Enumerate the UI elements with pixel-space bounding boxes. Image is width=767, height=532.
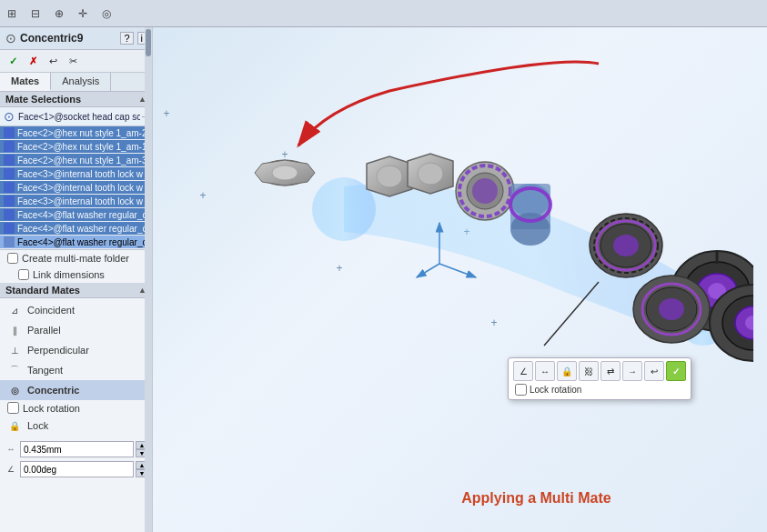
svg-point-6 <box>377 166 402 187</box>
param2-input[interactable]: 0.00deg <box>20 461 134 477</box>
mini-tb-flip[interactable]: ⇄ <box>600 361 621 381</box>
concentric-header: ⊙ Concentric9 ? i <box>0 27 152 50</box>
mini-tb-undo[interactable]: ↩ <box>644 361 664 381</box>
mini-tb-chain[interactable]: ⛓ <box>579 361 599 381</box>
undo-button[interactable]: ↩ <box>44 52 62 70</box>
svg-point-12 <box>472 178 498 204</box>
top-toolbar: ⊞ ⊟ ⊕ ✛ ◎ <box>0 0 767 27</box>
svg-point-32 <box>659 298 684 320</box>
list-item[interactable]: Face<3>@internal tooth lock w <box>0 181 152 195</box>
mini-tb-distance[interactable]: ↔ <box>535 361 555 381</box>
mini-toolbar-buttons: ∠ ↔ 🔒 ⛓ ⇄ → ↩ ✓ <box>513 361 686 381</box>
list-item[interactable]: Face<3>@internal tooth lock w <box>0 195 152 208</box>
toolbar-icon-2[interactable]: ⊟ <box>27 5 44 22</box>
list-item[interactable]: Face<4>@flat washer regular_c <box>0 208 152 222</box>
perpendicular-icon: ⊥ <box>7 343 22 357</box>
toolbar-icon-4[interactable]: ✛ <box>75 5 91 22</box>
standard-mates-header[interactable]: Standard Mates ▲ <box>0 283 152 298</box>
multimatefolder-input[interactable] <box>7 253 18 264</box>
scrollbar-thumb <box>146 29 151 56</box>
mini-tb-check[interactable]: ✓ <box>666 361 686 381</box>
concentric-icon: ⊙ <box>5 31 16 45</box>
item-color-swatch <box>4 127 15 138</box>
mate-lock[interactable]: 🔒 Lock <box>0 416 152 436</box>
mini-tb-arrow[interactable]: → <box>622 361 642 381</box>
list-item[interactable]: Face<2>@hex nut style 1_am-2 <box>0 126 152 140</box>
tangent-icon: ⌒ <box>7 363 22 377</box>
mini-lock-checkbox[interactable] <box>515 384 527 396</box>
mate-perpendicular[interactable]: ⊥ Perpendicular <box>0 340 152 360</box>
item-color-swatch <box>4 196 15 206</box>
item-color-swatch <box>4 209 15 220</box>
item-color-swatch <box>4 141 15 152</box>
link-dimensions-checkbox[interactable]: Link dimensions <box>0 266 152 283</box>
panel-toolbar: ✓ ✗ ↩ ✂ <box>0 50 152 73</box>
main-canvas: + + + + + + + <box>153 27 767 532</box>
svg-point-20 <box>613 235 639 256</box>
item-color-swatch <box>4 236 15 247</box>
tab-mates[interactable]: Mates <box>0 73 51 91</box>
selector-icon: ⊙ <box>4 109 15 124</box>
toolbar-icon-5[interactable]: ◎ <box>98 5 115 22</box>
svg-line-41 <box>439 264 476 277</box>
lock-rotation-checkbox[interactable] <box>7 402 19 414</box>
toolbar-icon-1[interactable]: ⊞ <box>4 5 20 22</box>
lock-rotation-row[interactable]: Lock rotation <box>0 400 152 416</box>
mate-selection-list: ⊙ Face<1>@socket head cap scr → Face<2>@… <box>0 107 152 250</box>
mini-tb-lock-btn[interactable]: 🔒 <box>557 361 577 381</box>
svg-point-4 <box>272 166 298 180</box>
panel-scrollbar[interactable] <box>145 27 152 532</box>
mini-tb-angle[interactable]: ∠ <box>513 361 533 381</box>
redo-button[interactable]: ✂ <box>64 52 82 70</box>
standard-mates-options: ⊿ Coincident ∥ Parallel ⊥ Perpendicular … <box>0 300 152 436</box>
standard-mates-label: Standard Mates <box>5 285 80 296</box>
param1-input[interactable]: 0.435mm <box>20 441 134 457</box>
linkdimensions-label: Link dimensions <box>33 269 105 280</box>
param1-icon: ↔ <box>4 442 18 457</box>
mate-concentric[interactable]: ◎ Concentric <box>0 380 152 400</box>
param2-row: ∠ 0.00deg ▲ ▼ <box>0 459 152 479</box>
help-button[interactable]: ? <box>120 32 133 45</box>
mate-selections-label: Mate Selections <box>5 94 81 105</box>
item-color-swatch <box>4 155 15 166</box>
ok-button[interactable]: ✓ <box>4 52 22 70</box>
coincident-icon: ⊿ <box>7 303 22 317</box>
svg-point-8 <box>418 163 443 185</box>
linkdimensions-input[interactable] <box>18 269 29 280</box>
caption-text: Applying a Multi Mate <box>461 490 611 506</box>
tab-analysis[interactable]: Analysis <box>51 73 111 91</box>
caption: Applying a Multi Mate <box>306 490 767 507</box>
mini-lock-label: Lock rotation <box>530 385 581 395</box>
first-selection-item[interactable]: Face<1>@socket head cap scr <box>18 112 140 122</box>
param2-icon: ∠ <box>4 462 18 477</box>
list-item[interactable]: Face<2>@hex nut style 1_am-1 <box>0 140 152 154</box>
cancel-button[interactable]: ✗ <box>24 52 42 70</box>
item-color-swatch <box>4 223 15 234</box>
list-item[interactable]: Face<3>@internal tooth lock w <box>0 167 152 181</box>
mini-toolbar-popup: ∠ ↔ 🔒 ⛓ ⇄ → ↩ ✓ Lock rotation <box>508 357 691 400</box>
list-item[interactable]: Face<4>@flat washer regular_c <box>0 236 152 249</box>
scene-svg <box>207 45 753 482</box>
svg-line-42 <box>417 264 439 277</box>
mini-lock-rotation[interactable]: Lock rotation <box>513 383 686 396</box>
cross-marker-1: + <box>162 109 171 118</box>
left-panel: ⊙ Concentric9 ? i ✓ ✗ ↩ ✂ Mates Analysis… <box>0 27 153 532</box>
mate-coincident[interactable]: ⊿ Coincident <box>0 300 152 320</box>
multimatefolder-label: Create multi-mate folder <box>22 253 129 264</box>
item-color-swatch <box>4 168 15 179</box>
mate-tangent[interactable]: ⌒ Tangent <box>0 360 152 380</box>
create-multimatefolder-checkbox[interactable]: Create multi-mate folder <box>0 250 152 266</box>
lock-icon: 🔒 <box>7 418 22 433</box>
parallel-icon: ∥ <box>7 323 22 337</box>
concentric-option-icon: ◎ <box>7 383 22 397</box>
param1-row: ↔ 0.435mm ▲ ▼ <box>0 439 152 459</box>
cross-marker-2: + <box>198 191 207 200</box>
mate-selections-header[interactable]: Mate Selections ▲ <box>0 92 152 107</box>
toolbar-icon-3[interactable]: ⊕ <box>51 5 67 22</box>
mate-parallel[interactable]: ∥ Parallel <box>0 320 152 340</box>
item-color-swatch <box>4 182 15 193</box>
concentric-title: Concentric9 <box>20 32 83 45</box>
mates-tabs: Mates Analysis <box>0 73 152 92</box>
list-item[interactable]: Face<4>@flat washer regular_c <box>0 222 152 236</box>
list-item[interactable]: Face<2>@hex nut style 1_am-3 <box>0 154 152 167</box>
